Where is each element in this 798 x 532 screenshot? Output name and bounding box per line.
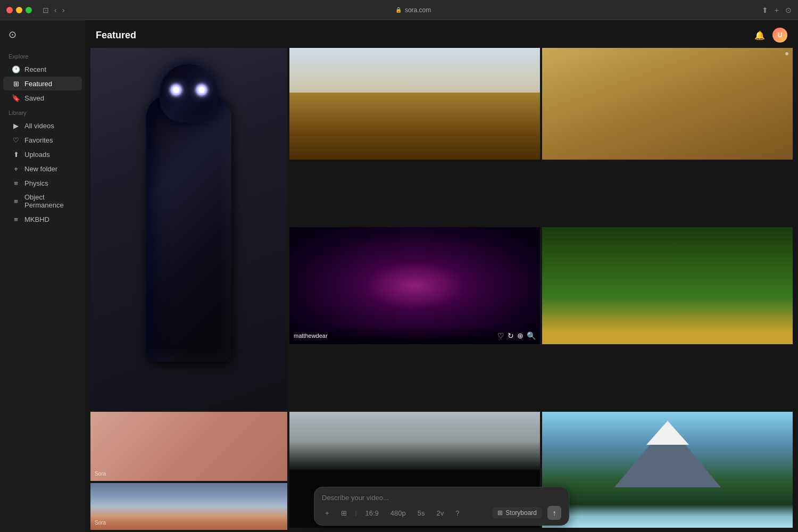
back-icon[interactable]: ‹ [54, 6, 57, 14]
prompt-toolbar: + ⊞ | 16:9 480p 5s 2 [322, 506, 561, 520]
profile-icon[interactable]: ⊙ [785, 6, 792, 14]
sidebar-item-uploads[interactable]: ⬆ Uploads [3, 147, 82, 161]
sidebar-toggle-icon[interactable]: ⊡ [43, 6, 49, 14]
duration-button[interactable]: 5s [414, 508, 428, 519]
gallery-item-dunes[interactable] [542, 48, 793, 160]
resolution-label: 480p [390, 509, 406, 517]
minimize-button[interactable] [16, 7, 22, 13]
page-title: Featured [96, 30, 136, 41]
gallery-item-lightning[interactable]: matthewdear ♡ ↻ ⊕ 🔍 [289, 227, 540, 344]
sidebar-item-label-featured: Featured [24, 80, 52, 88]
grid-button[interactable]: ⊞ [338, 508, 350, 519]
titlebar-controls: ⊡ ‹ › [43, 6, 64, 14]
robot-eye-left [170, 84, 182, 96]
uploads-icon: ⬆ [12, 150, 20, 159]
sidebar-item-all-videos[interactable]: ▶ All videos [3, 119, 82, 132]
gallery-item-sunset[interactable]: Sora [90, 483, 287, 530]
notification-bell-icon[interactable]: 🔔 [754, 30, 765, 40]
item-overlay-lightning: matthewdear ♡ ↻ ⊕ 🔍 [289, 327, 540, 344]
robot-head-visual [160, 64, 218, 122]
header-icons: 🔔 U [754, 28, 787, 43]
separator-1: | [355, 510, 357, 516]
like-icon[interactable]: ♡ [497, 331, 504, 340]
explore-section-label: Explore [0, 49, 85, 62]
sidebar-item-label-saved: Saved [24, 94, 44, 102]
saved-icon: 🔖 [12, 94, 20, 102]
add-icon: + [325, 509, 329, 517]
add-media-button[interactable]: + [322, 508, 332, 519]
close-button[interactable] [6, 7, 13, 13]
submit-button[interactable]: ↑ [547, 506, 561, 520]
storyboard-button[interactable]: ⊞ Storyboard [492, 507, 542, 519]
new-folder-icon: + [12, 164, 20, 173]
fuji-snow-visual [646, 421, 689, 445]
storyboard-label: Storyboard [505, 509, 537, 517]
recent-icon: 🕐 [12, 65, 20, 73]
gallery-item-robot[interactable] [90, 48, 287, 410]
gallery-item-creature[interactable]: Sora [90, 412, 287, 481]
robot-body-visual [146, 96, 231, 362]
titlebar: ⊡ ‹ › 🔒 sora.com ⬆ + ⊙ [0, 0, 798, 20]
traffic-lights [6, 7, 32, 13]
sidebar-item-new-folder[interactable]: + New folder [3, 162, 82, 176]
sidebar-item-label-object-permanence: Object Permanence [24, 193, 73, 209]
search-icon[interactable]: 🔍 [527, 331, 536, 340]
sidebar-item-saved[interactable]: 🔖 Saved [3, 91, 82, 105]
lock-icon: 🔒 [395, 7, 402, 13]
sidebar-item-object-permanence[interactable]: ≡ Object Permanence [3, 190, 82, 212]
grid-icon: ⊞ [341, 509, 347, 517]
help-icon: ? [455, 509, 459, 517]
sidebar-item-mkbhd[interactable]: ≡ MKBHD [3, 212, 82, 226]
help-button[interactable]: ? [452, 508, 462, 519]
titlebar-left: ⊡ ‹ › [6, 6, 64, 14]
aspect-ratio-button[interactable]: 16:9 [362, 508, 381, 519]
url-label[interactable]: sora.com [405, 6, 431, 14]
avatar-label: U [778, 31, 783, 39]
share-icon[interactable]: ⬆ [762, 6, 768, 14]
desert-sky [289, 48, 540, 98]
sidebar-item-label-mkbhd: MKBHD [24, 215, 49, 223]
logo-icon: ⊙ [9, 29, 16, 40]
sidebar-item-favorites[interactable]: ♡ Favorites [3, 133, 82, 147]
all-videos-icon: ▶ [12, 121, 20, 130]
avatar[interactable]: U [772, 28, 787, 43]
save-icon[interactable]: ⊕ [517, 331, 523, 340]
featured-icon: ⊞ [12, 79, 20, 88]
lightning-glow [289, 227, 540, 344]
content-area: Featured 🔔 U [85, 20, 798, 532]
app-container: ⊙ Explore 🕐 Recent ⊞ Featured 🔖 Saved Li… [0, 20, 798, 532]
forward-icon[interactable]: › [62, 6, 65, 14]
sidebar: ⊙ Explore 🕐 Recent ⊞ Featured 🔖 Saved Li… [0, 20, 85, 532]
version-button[interactable]: 2v [433, 508, 447, 519]
maximize-button[interactable] [26, 7, 32, 13]
app-logo: ⊙ [0, 27, 85, 49]
item-actions-lightning: ♡ ↻ ⊕ 🔍 [497, 331, 536, 340]
remix-icon[interactable]: ↻ [508, 331, 514, 340]
sidebar-item-label-recent: Recent [24, 65, 46, 73]
item-label-sunset: Sora [95, 520, 106, 526]
prompt-bar: + ⊞ | 16:9 480p 5s 2 [314, 487, 569, 526]
gallery-item-desert[interactable] [289, 48, 540, 160]
gallery-item-festival[interactable] [542, 227, 793, 344]
duration-label: 5s [418, 509, 425, 517]
content-header: Featured 🔔 U [85, 20, 798, 48]
gallery-item-fuji[interactable] [542, 412, 793, 528]
sidebar-item-label-uploads: Uploads [24, 151, 50, 159]
desert-ground [289, 93, 540, 160]
physics-icon: ≡ [12, 179, 20, 187]
sidebar-item-label-all-videos: All videos [24, 122, 54, 130]
resolution-button[interactable]: 480p [387, 508, 409, 519]
gallery: matthewdear ♡ ↻ ⊕ 🔍 [85, 48, 798, 532]
sidebar-item-recent[interactable]: 🕐 Recent [3, 62, 82, 76]
prompt-input[interactable] [322, 494, 561, 502]
sidebar-item-featured[interactable]: ⊞ Featured [3, 77, 82, 90]
item-dot-dunes [785, 52, 788, 55]
item-author-lightning: matthewdear [294, 332, 328, 339]
version-label: 2v [436, 509, 444, 517]
storyboard-icon: ⊞ [497, 509, 503, 517]
sidebar-item-physics[interactable]: ≡ Physics [3, 176, 82, 190]
add-tab-icon[interactable]: + [775, 6, 779, 14]
favorites-icon: ♡ [12, 136, 20, 144]
aspect-ratio-label: 16:9 [365, 509, 378, 517]
gallery-grid: matthewdear ♡ ↻ ⊕ 🔍 [90, 48, 793, 530]
